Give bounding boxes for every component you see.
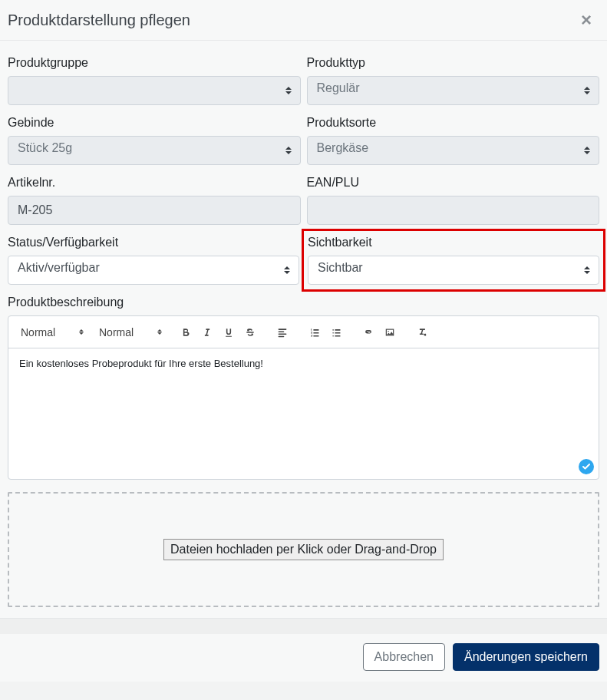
check-icon <box>579 459 594 474</box>
chevron-updown-icon <box>157 329 162 335</box>
sichtbarkeit-select[interactable]: Sichtbar <box>308 256 599 285</box>
editor: Normal Normal <box>8 315 599 480</box>
editor-body[interactable]: Ein kostenloses Probeprodukt für Ihre er… <box>8 348 599 479</box>
image-button[interactable] <box>380 322 400 342</box>
produkttyp-select[interactable]: Regulär <box>307 76 600 105</box>
modal-footer: Abbrechen Änderungen speichern <box>0 634 607 682</box>
heading-select-value: Normal <box>21 326 55 338</box>
produkttyp-label: Produkttyp <box>307 56 600 70</box>
close-button[interactable]: × <box>578 11 595 29</box>
produktgruppe-select[interactable] <box>8 76 301 105</box>
clear-format-button[interactable] <box>412 322 432 342</box>
modal: Produktdarstellung pflegen × Produktgrup… <box>0 0 607 619</box>
editor-toolbar: Normal Normal <box>8 316 599 348</box>
modal-body: Produktgruppe Produkttyp Regulär Gebinde… <box>0 41 607 618</box>
eanplu-label: EAN/PLU <box>307 176 600 190</box>
align-left-button[interactable] <box>272 322 292 342</box>
produktsorte-label: Produktsorte <box>307 116 600 130</box>
status-label: Status/Verfügbarkeit <box>8 236 299 249</box>
artikelnr-input[interactable] <box>8 196 301 225</box>
eanplu-input[interactable] <box>307 196 600 225</box>
status-select[interactable]: Aktiv/verfügbar <box>8 256 299 285</box>
chevron-updown-icon <box>79 329 84 335</box>
italic-button[interactable] <box>197 322 217 342</box>
svg-point-1 <box>388 331 389 332</box>
produktgruppe-label: Produktgruppe <box>8 56 301 70</box>
sichtbarkeit-label: Sichtbarkeit <box>308 236 599 249</box>
artikelnr-label: Artikelnr. <box>8 176 301 190</box>
separator <box>0 619 607 634</box>
sichtbarkeit-highlight: Sichtbarkeit Sichtbar <box>302 229 605 292</box>
strike-button[interactable] <box>240 322 260 342</box>
modal-title: Produktdarstellung pflegen <box>8 12 190 29</box>
editor-content: Ein kostenloses Probeprodukt für Ihre er… <box>19 358 263 369</box>
heading-select[interactable]: Normal <box>15 323 90 342</box>
bold-button[interactable] <box>176 322 196 342</box>
bullet-list-button[interactable] <box>326 322 346 342</box>
dropzone[interactable]: Dateien hochladen per Klick oder Drag-an… <box>8 492 599 607</box>
gebinde-select[interactable]: Stück 25g <box>8 136 301 165</box>
upload-button[interactable]: Dateien hochladen per Klick oder Drag-an… <box>163 539 444 560</box>
produktsorte-select[interactable]: Bergkäse <box>307 136 600 165</box>
font-select[interactable]: Normal <box>93 323 168 342</box>
modal-header: Produktdarstellung pflegen × <box>0 0 607 41</box>
ordered-list-button[interactable] <box>305 322 325 342</box>
cancel-button[interactable]: Abbrechen <box>363 643 445 671</box>
save-button[interactable]: Änderungen speichern <box>453 643 599 671</box>
beschreibung-label: Produktbeschreibung <box>8 296 599 309</box>
gebinde-label: Gebinde <box>8 116 301 130</box>
underline-button[interactable] <box>219 322 239 342</box>
font-select-value: Normal <box>99 326 134 338</box>
link-button[interactable] <box>358 322 378 342</box>
